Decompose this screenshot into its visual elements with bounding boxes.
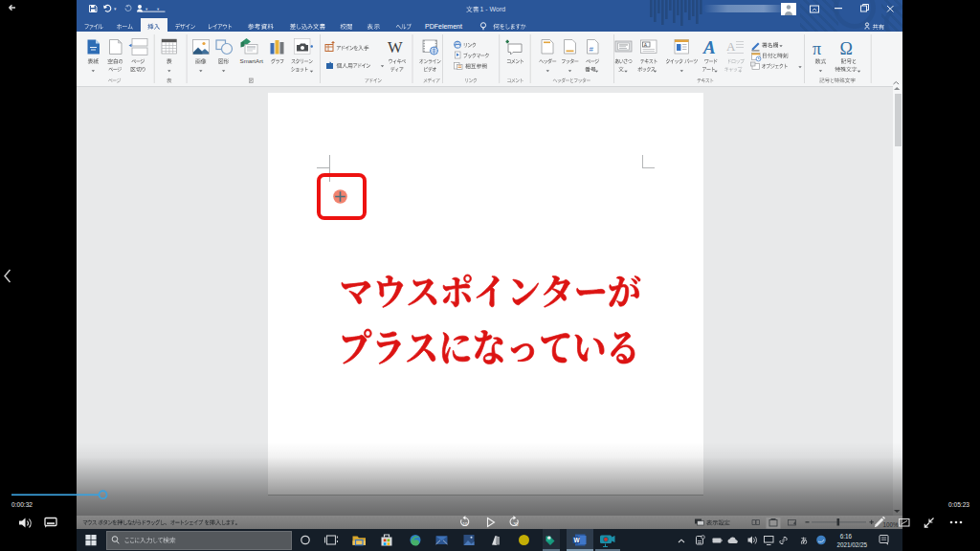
svg-text:1 - Word: 1 - Word (480, 6, 506, 12)
svg-text:SmartArt: SmartArt (240, 57, 264, 64)
svg-text:A: A (726, 39, 736, 54)
svg-text:PDFelement: PDFelement (425, 23, 462, 30)
svg-text:Ω: Ω (840, 39, 853, 58)
svg-text:W: W (388, 38, 403, 56)
svg-text:10: 10 (462, 522, 468, 527)
svg-text:W: W (574, 537, 581, 543)
svg-text:100%: 100% (883, 521, 900, 528)
svg-text:6:16: 6:16 (840, 533, 853, 540)
svg-text:▾: ▾ (145, 7, 148, 11)
svg-text:0:05:23: 0:05:23 (948, 501, 969, 508)
svg-text:2021/02/25: 2021/02/25 (836, 541, 867, 548)
svg-text:▾: ▾ (114, 6, 117, 11)
svg-text:A: A (702, 37, 716, 57)
svg-text:#: # (590, 45, 594, 54)
svg-text:▾: ▾ (157, 7, 160, 11)
svg-text:0:00:32: 0:00:32 (11, 501, 33, 508)
svg-text:π: π (813, 39, 821, 58)
svg-text:30: 30 (513, 522, 519, 527)
